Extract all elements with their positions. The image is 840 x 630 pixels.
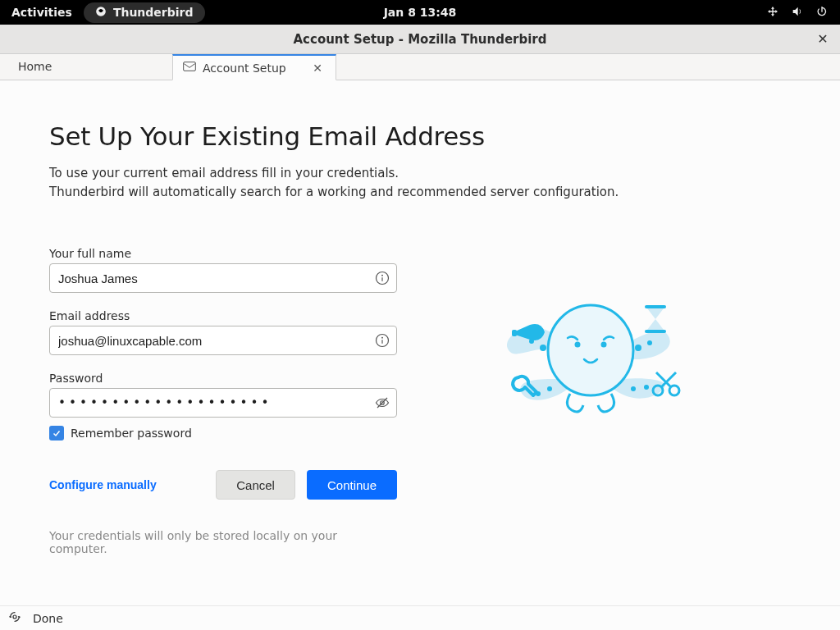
svg-point-25 — [644, 385, 649, 390]
svg-point-24 — [631, 386, 636, 391]
svg-point-21 — [647, 340, 652, 345]
tab-account-setup[interactable]: Account Setup ✕ — [172, 54, 336, 80]
svg-point-17 — [548, 305, 633, 395]
svg-point-19 — [529, 339, 534, 344]
tab-close-button[interactable]: ✕ — [309, 60, 326, 76]
credentials-form: Your full name Email address Password — [49, 247, 397, 555]
remember-password-label: Remember password — [71, 427, 192, 440]
window-titlebar: Account Setup - Mozilla Thunderbird ✕ — [0, 25, 840, 54]
toggle-password-visibility-icon[interactable] — [374, 395, 390, 411]
info-icon[interactable] — [374, 332, 390, 349]
svg-rect-11 — [645, 305, 666, 308]
continue-button[interactable]: Continue — [307, 470, 397, 500]
password-input[interactable] — [49, 388, 397, 418]
svg-point-20 — [635, 345, 641, 351]
octopus-illustration — [492, 272, 689, 436]
svg-point-22 — [547, 386, 552, 391]
email-label: Email address — [49, 309, 397, 322]
account-setup-page: Set Up Your Existing Email Address To us… — [0, 80, 840, 605]
svg-point-28 — [13, 615, 16, 619]
window-close-button[interactable]: ✕ — [814, 30, 832, 48]
tab-home-label: Home — [18, 60, 52, 73]
thunderbird-icon — [95, 6, 107, 20]
subtitle-line-1: To use your current email address fill i… — [49, 166, 399, 180]
tab-home[interactable]: Home — [8, 53, 172, 80]
svg-rect-12 — [645, 330, 666, 333]
checkmark-icon — [52, 428, 62, 438]
subtitle-line-2: Thunderbird will automatically search fo… — [49, 185, 619, 199]
close-icon: ✕ — [817, 31, 828, 47]
cancel-button[interactable]: Cancel — [216, 470, 295, 500]
svg-point-23 — [536, 391, 541, 396]
tab-account-setup-label: Account Setup — [203, 62, 286, 75]
window-title: Account Setup - Mozilla Thunderbird — [293, 32, 546, 47]
network-icon[interactable] — [766, 5, 779, 21]
tab-strip: Home Account Setup ✕ — [0, 54, 840, 80]
full-name-label: Your full name — [49, 247, 397, 260]
account-setup-tab-icon — [183, 61, 196, 75]
page-subtitle: To use your current email address fill i… — [49, 164, 640, 201]
svg-point-7 — [382, 337, 383, 338]
status-text: Done — [33, 612, 63, 625]
svg-rect-1 — [184, 62, 196, 71]
status-bar: Done — [0, 605, 840, 630]
svg-rect-10 — [512, 330, 517, 336]
close-icon: ✕ — [313, 62, 322, 75]
svg-point-27 — [601, 342, 607, 348]
active-app-indicator[interactable]: Thunderbird — [84, 2, 205, 23]
page-title: Set Up Your Existing Email Address — [49, 121, 840, 151]
local-storage-note: Your credentials will only be stored loc… — [49, 529, 397, 555]
info-icon[interactable] — [374, 270, 390, 286]
password-label: Password — [49, 372, 397, 385]
gnome-topbar: Activities Thunderbird Jan 8 13:48 — [0, 0, 840, 25]
sync-icon[interactable] — [8, 610, 21, 626]
configure-manually-button[interactable]: Configure manually — [49, 478, 157, 491]
svg-point-18 — [540, 345, 546, 351]
volume-icon[interactable] — [791, 5, 804, 21]
active-app-name: Thunderbird — [113, 6, 194, 19]
remember-password-checkbox[interactable] — [49, 426, 64, 441]
activities-button[interactable]: Activities — [11, 6, 72, 19]
svg-point-4 — [382, 275, 383, 276]
power-icon[interactable] — [815, 5, 829, 21]
svg-point-26 — [575, 342, 581, 348]
email-input[interactable] — [49, 326, 397, 355]
full-name-input[interactable] — [49, 263, 397, 293]
